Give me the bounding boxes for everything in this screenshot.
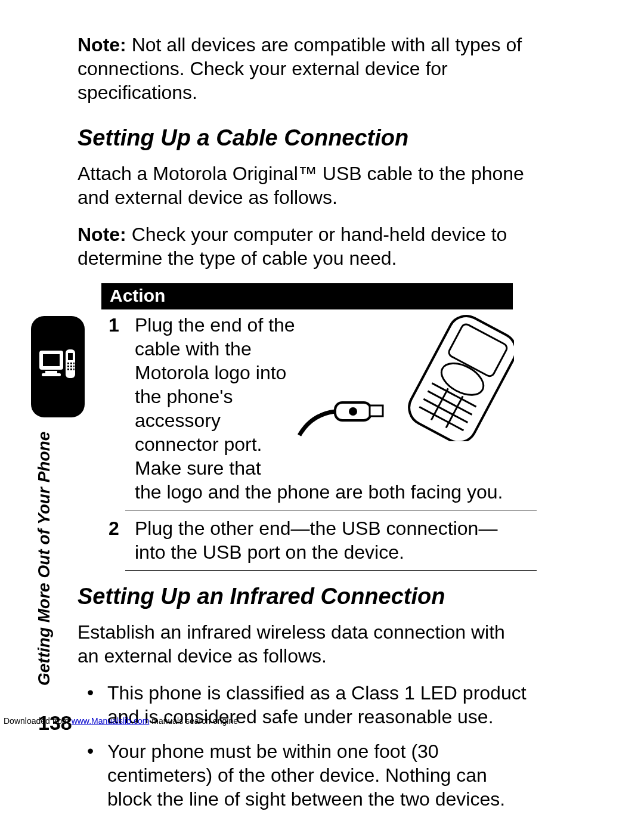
manualslib-link[interactable]: www.Manualslib.com — [72, 716, 150, 726]
heading-cable: Setting Up a Cable Connection — [78, 125, 531, 151]
page-content: Note: Not all devices are compatible wit… — [78, 33, 531, 822]
svg-rect-5 — [68, 353, 73, 360]
step-number: 1 — [109, 313, 135, 337]
svg-rect-2 — [45, 371, 57, 373]
list-item: • Your phone must be within one foot (30… — [87, 739, 531, 811]
action-header: Action — [101, 283, 513, 309]
action-steps: 1 Plug the end of the cable with the Mot… — [101, 309, 513, 571]
section-side-label: Getting More Out of Your Phone — [35, 432, 54, 686]
step-text: Plug the end of the cable with the Motor… — [135, 314, 295, 479]
cable-note: Note: Check your computer or hand-held d… — [78, 222, 531, 270]
svg-rect-6 — [67, 363, 69, 364]
section-badge — [31, 316, 85, 417]
download-footer: Downloaded from www.Manualslib.com manua… — [4, 716, 238, 726]
bullet-icon: • — [87, 739, 107, 761]
svg-rect-3 — [42, 373, 61, 376]
note-label: Note: — [78, 34, 126, 55]
cable-para1: Attach a Motorola Original™ USB cable to… — [78, 162, 531, 209]
step-text-continued: the logo and the phone are both facing y… — [135, 481, 503, 503]
heading-infrared: Setting Up an Infrared Connection — [78, 584, 531, 609]
step-row: 1 Plug the end of the cable with the Mot… — [101, 309, 513, 509]
svg-rect-12 — [67, 368, 69, 370]
footer-prefix: Downloaded from — [4, 716, 72, 726]
step-row: 2 Plug the other end—the USB connection—… — [101, 513, 513, 569]
step-body: Plug the end of the cable with the Motor… — [135, 313, 508, 504]
svg-rect-11 — [73, 366, 75, 367]
step-text: Plug the other end—the USB connection—in… — [135, 518, 497, 563]
svg-rect-13 — [70, 368, 72, 370]
phone-cable-illustration — [293, 310, 514, 441]
svg-rect-8 — [73, 363, 75, 364]
step-body: Plug the other end—the USB connection—in… — [135, 516, 508, 564]
ir-bullets: • This phone is classified as a Class 1 … — [87, 681, 531, 811]
bullet-icon: • — [87, 681, 107, 703]
svg-rect-7 — [70, 363, 72, 364]
step-divider — [125, 570, 537, 571]
svg-rect-26 — [370, 405, 383, 416]
svg-rect-14 — [73, 368, 75, 370]
step-number: 2 — [109, 516, 135, 540]
note-text: Not all devices are compatible with all … — [78, 34, 522, 103]
svg-rect-9 — [67, 366, 69, 367]
step-divider — [125, 510, 537, 510]
computer-phone-icon — [37, 346, 79, 388]
svg-rect-1 — [43, 354, 60, 366]
note-label: Note: — [78, 224, 126, 245]
note-text: Check your computer or hand-held device … — [78, 224, 507, 269]
svg-point-25 — [349, 407, 357, 416]
manual-page: Getting More Out of Your Phone Note: Not… — [0, 0, 644, 833]
ir-para1: Establish an infrared wireless data conn… — [78, 620, 531, 668]
svg-rect-10 — [70, 366, 72, 367]
bullet-text: Your phone must be within one foot (30 c… — [107, 739, 531, 811]
footer-suffix: manuals search engine — [149, 716, 238, 726]
intro-note: Note: Not all devices are compatible wit… — [78, 33, 531, 104]
